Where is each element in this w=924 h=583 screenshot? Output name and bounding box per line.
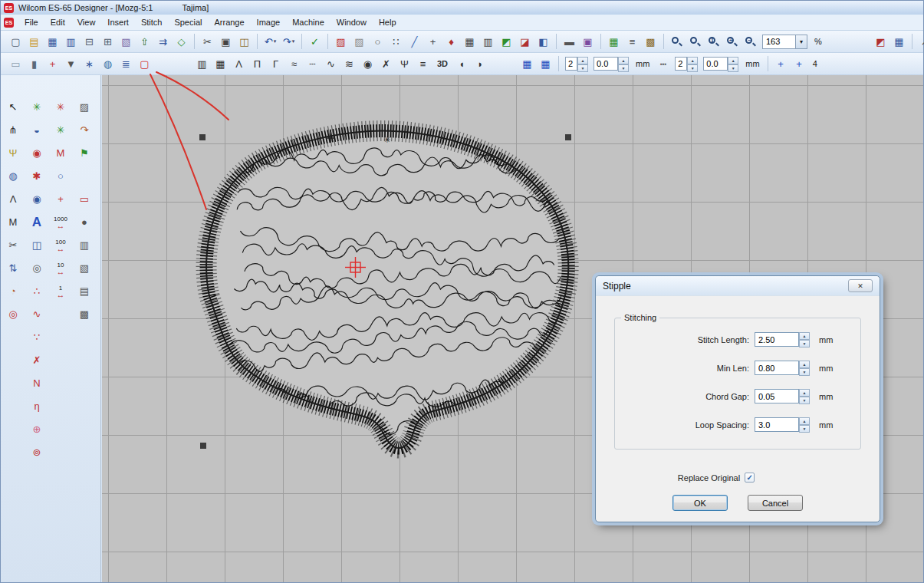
motif-cross-tool[interactable]: ✗ [27,351,47,369]
spiral-stitch-icon[interactable]: ◉ [359,55,377,72]
back-stitch-icon[interactable]: ┄ [304,55,321,72]
flag-tool[interactable]: ⚑ [74,144,94,162]
dialog-close-button[interactable]: ✕ [848,279,873,292]
mirror-tool[interactable]: ◫ [27,236,47,254]
chart-red-icon[interactable]: ◪ [516,33,534,50]
stem-stitch-icon[interactable]: ∿ [322,55,340,72]
export-machine-file-icon[interactable]: ⇧ [136,33,153,50]
select-object-tool[interactable]: ↖ [3,98,23,116]
globe-blue-tool[interactable]: ◉ [27,190,47,208]
stitch-hatch-red-icon[interactable]: ▨ [332,33,350,50]
spin-up-icon[interactable]: ▲ [799,389,810,397]
ellipse-stitch-icon[interactable]: ○ [369,33,386,50]
crosshair-icon[interactable]: + [424,33,442,50]
bug-tool[interactable]: ✱ [27,167,47,185]
scale-100-tool[interactable]: 100↔ [51,236,71,254]
min-len-input[interactable] [755,361,799,375]
dashes-icon[interactable]: ┅ [654,55,672,72]
outline-view-icon[interactable]: ▭ [7,55,25,72]
menu-special[interactable]: Special [168,15,208,29]
connectors-icon[interactable]: ▼ [62,55,80,72]
dot-stitch-icon[interactable]: ∷ [387,33,405,50]
chord-gap-input[interactable] [755,389,799,403]
film-strip-icon[interactable]: ▬ [561,33,578,50]
zoom-level-combo[interactable]: ▾ [762,35,807,49]
cut-icon[interactable]: ✂ [199,33,216,50]
min-len-spinner[interactable]: ▲▼ [799,361,810,375]
fur-stitch-icon[interactable]: Ψ [396,55,413,72]
travel-tool-icon[interactable]: ▦ [890,33,908,50]
save-design-icon[interactable]: ▦ [44,33,61,50]
copy-icon[interactable]: ▣ [217,33,235,50]
stitch-hatch-gray-icon[interactable]: ▨ [350,33,368,50]
grid-size-y-spinner-input[interactable] [675,57,687,71]
cap-left-icon[interactable]: ◖ [453,55,471,72]
spin-up-icon[interactable]: ▲ [728,57,738,64]
slant-fill-tool[interactable]: ▧ [74,259,94,277]
fan-tool[interactable]: ◔ [3,282,23,300]
double-zigzag-tool[interactable]: M [3,213,23,231]
overlap-icon[interactable]: ◧ [534,33,552,50]
stitch-table-icon[interactable]: ▦ [461,33,478,50]
zoom-in-icon[interactable]: + [723,33,741,50]
open-design-icon[interactable]: ▤ [25,33,43,50]
stipple-fill-icon[interactable]: ▢ [136,55,153,72]
spin-up-icon[interactable]: ▲ [687,57,698,64]
y-node-tool[interactable]: Ψ [3,144,23,162]
contour-stitch-icon[interactable]: ≋ [340,55,358,72]
freehand-draw-tool[interactable]: ✳ [51,98,71,116]
texture-fill-tool[interactable]: ▩ [74,305,94,323]
menu-window[interactable]: Window [330,15,373,29]
spin-up-icon[interactable]: ▲ [577,57,588,64]
menu-edit[interactable]: Edit [44,15,71,29]
measure-tool[interactable]: ⇅ [3,259,23,277]
auto-select-icon[interactable]: ✓ [306,33,324,50]
dropdown-caret-icon[interactable]: ▾ [274,38,277,44]
chart-green-icon[interactable]: ◩ [498,33,515,50]
hatch-tool[interactable]: ▨ [74,98,94,116]
effect-3d-button[interactable]: 3D [432,55,452,72]
spinner-buttons[interactable]: ▲▼ [728,57,738,71]
spin-down-icon[interactable]: ▼ [799,340,810,347]
zigzag-tool[interactable]: Λ [3,190,23,208]
menu-file[interactable]: File [18,15,44,29]
grid-green-icon[interactable]: ▦ [605,33,623,50]
overview-window-icon[interactable] [668,33,686,50]
blanket-stitch-icon[interactable]: Г [267,55,284,72]
target-reference-tool[interactable]: ⊕ [27,420,47,438]
stitch-lines-icon[interactable]: ≡ [414,55,432,72]
menu-insert[interactable]: Insert [101,15,135,29]
redo-icon[interactable]: ↷▾ [280,33,298,50]
spin-down-icon[interactable]: ▼ [618,64,629,72]
spin-down-icon[interactable]: ▼ [799,368,810,376]
satin-column-tool[interactable]: M [51,144,71,162]
buttonhole-tool[interactable]: ● [74,213,94,231]
zoom-tool-icon[interactable] [686,33,704,50]
donut-tool[interactable]: ⊚ [27,443,47,461]
cap-right-icon[interactable]: ◗ [472,55,489,72]
zigzag-stitch-icon[interactable]: Λ [230,55,248,72]
menu-view[interactable]: View [71,15,102,29]
spin-down-icon[interactable]: ▼ [687,64,698,72]
spin-up-icon[interactable]: ▲ [799,361,810,368]
chord-gap-spinner[interactable]: ▲▼ [799,389,810,403]
pattern-fill-icon[interactable]: ▩ [642,33,659,50]
spinner-buttons[interactable]: ▲▼ [577,57,588,71]
filled-view-icon[interactable]: ▮ [25,55,43,72]
undo-icon[interactable]: ↶▾ [261,33,279,50]
spinner-buttons[interactable]: ▲▼ [618,57,629,71]
nudge-design-icon[interactable]: + [772,55,790,72]
zoom-level-input[interactable] [763,35,795,48]
loop-spacing-spinner[interactable]: ▲▼ [799,417,810,432]
send-to-machine-icon[interactable]: ⇉ [154,33,172,50]
motif-dash-tool[interactable]: ∵ [27,328,47,346]
motif-run-icon[interactable]: ≈ [285,55,303,72]
zoom-1to1-icon[interactable]: 1 [705,33,722,50]
grid-offset-x-spinner-input[interactable] [594,57,618,71]
pan-icon[interactable]: ↗ [916,33,924,50]
arc-tool[interactable]: ↷ [74,121,94,139]
ring-tool[interactable]: ◎ [3,305,23,323]
loop-spacing-input[interactable] [755,417,799,432]
line-stitch-icon[interactable]: ╱ [406,33,423,50]
show-grid-icon[interactable]: ▦ [518,55,536,72]
